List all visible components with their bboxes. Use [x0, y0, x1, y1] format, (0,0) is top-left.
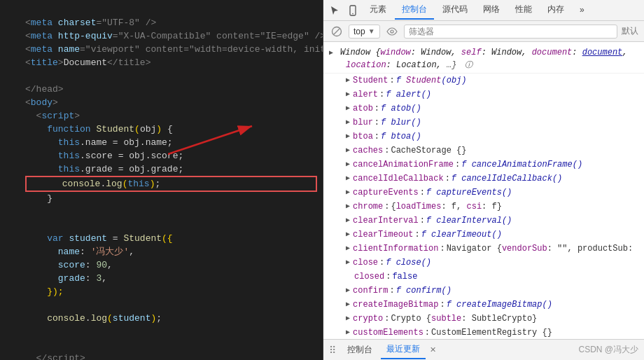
code-line: <meta charset="UTF-8" />	[0, 16, 323, 29]
context-dropdown-arrow: ▼	[368, 27, 375, 35]
prop-closed: closed: false	[323, 270, 644, 284]
cursor-icon[interactable]	[326, 2, 343, 19]
prop-chrome[interactable]: ▶ chrome: {loadTimes: f, csi: f}	[323, 200, 644, 214]
bottom-tab-recent[interactable]: 最近更新	[381, 340, 426, 359]
svg-point-6	[391, 30, 393, 33]
tab-performance[interactable]: 性能	[508, 1, 539, 20]
code-line	[0, 325, 323, 338]
prop-cancelIdleCallback[interactable]: ▶ cancelIdleCallback: f cancelIdleCallba…	[323, 172, 644, 186]
code-line: <body>	[0, 96, 323, 109]
prop-btoa[interactable]: ▶ btoa: f btoa()	[323, 130, 644, 144]
console-entry-window[interactable]: ▶ Window {window: Window, self: Window, …	[323, 45, 644, 74]
code-line: </head>	[0, 83, 323, 96]
code-line: function Student(obj) {	[0, 123, 323, 136]
code-line	[0, 298, 323, 312]
context-value: top	[354, 27, 365, 36]
code-line	[0, 205, 323, 219]
info-icon: ⓘ	[465, 61, 472, 69]
prop-Student[interactable]: ▶ Student: f Student(obj)	[323, 74, 644, 88]
prop-crypto[interactable]: ▶ crypto: Crypto {subtle: SubtleCrypto}	[323, 312, 644, 326]
code-line: });	[0, 285, 323, 298]
tab-network[interactable]: 网络	[476, 1, 507, 20]
devtools-tab-bar: 元素 控制台 源代码 网络 性能 内存 »	[323, 0, 644, 21]
svg-point-3	[352, 13, 354, 14]
console-toolbar: top ▼ 默认	[323, 21, 644, 42]
prop-caches[interactable]: ▶ caches: CacheStorage {}	[323, 144, 644, 158]
prop-clearTimeout[interactable]: ▶ clearTimeout: f clearTimeout()	[323, 228, 644, 242]
code-line: </script>	[0, 352, 323, 360]
code-line	[0, 219, 323, 232]
prop-cancelAnimationFrame[interactable]: ▶ cancelAnimationFrame: f cancelAnimatio…	[323, 158, 644, 172]
block-icon[interactable]	[329, 24, 344, 39]
tab-sources[interactable]: 源代码	[435, 1, 475, 20]
code-line: var student = Student({	[0, 232, 323, 245]
prop-clearInterval[interactable]: ▶ clearInterval: f clearInterval()	[323, 214, 644, 228]
prop-customElements[interactable]: ▶ customElements: CustomElementRegistry …	[323, 326, 644, 339]
context-selector[interactable]: top ▼	[349, 25, 380, 39]
filter-input[interactable]	[404, 25, 617, 39]
tab-memory[interactable]: 内存	[540, 1, 571, 20]
prop-captureEvents[interactable]: ▶ captureEvents: f captureEvents()	[323, 186, 644, 200]
code-line	[0, 338, 323, 352]
prop-createImageBitmap[interactable]: ▶ createImageBitmap: f createImageBitmap…	[323, 298, 644, 312]
prop-clientInformation[interactable]: ▶ clientInformation: Navigator {vendorSu…	[323, 242, 644, 256]
code-line: grade: 3,	[0, 272, 323, 285]
console-bottom-tabs: ⠿ 控制台 最近更新 ✕ CSDN @冯大少	[323, 339, 644, 360]
highlighted-line: console.log(this);	[0, 176, 323, 192]
code-line: <title>Document</title>	[0, 56, 323, 69]
default-label: 默认	[622, 25, 638, 37]
code-line: score: 90,	[0, 258, 323, 272]
code-editor: <meta charset="UTF-8" /> <meta http-equi…	[0, 0, 323, 360]
mobile-icon[interactable]	[344, 2, 361, 19]
prop-close[interactable]: ▶ close: f close()	[323, 256, 644, 270]
tab-more[interactable]: »	[573, 2, 592, 19]
code-line	[0, 69, 323, 83]
tab-elements[interactable]: 元素	[363, 1, 393, 20]
drag-handle[interactable]: ⠿	[329, 345, 336, 356]
prop-alert[interactable]: ▶ alert: f alert()	[323, 88, 644, 102]
code-line: console.log(student);	[0, 312, 323, 325]
expand-arrow[interactable]: ▶	[329, 47, 333, 60]
code-line: this.name = obj.name;	[0, 136, 323, 149]
prop-confirm[interactable]: ▶ confirm: f confirm()	[323, 284, 644, 298]
devtools-panel: 元素 控制台 源代码 网络 性能 内存 » top ▼ 默认	[323, 0, 644, 360]
code-line: <meta name="viewport" content="width=dev…	[0, 43, 323, 56]
close-tab-icon[interactable]: ✕	[430, 345, 436, 354]
code-line: <script>	[0, 109, 323, 123]
console-output: ▶ Window {window: Window, self: Window, …	[323, 42, 644, 339]
eye-icon[interactable]	[384, 24, 400, 39]
prop-blur[interactable]: ▶ blur: f blur()	[323, 116, 644, 130]
code-line: <meta http-equiv="X-UA-Compatible" conte…	[0, 29, 323, 43]
prop-atob[interactable]: ▶ atob: f atob()	[323, 102, 644, 116]
bottom-tab-console[interactable]: 控制台	[342, 341, 378, 359]
code-line: this.score = obj.score;	[0, 149, 323, 162]
svg-line-5	[334, 28, 340, 34]
code-line	[0, 3, 323, 16]
code-line: name: '冯大少',	[0, 245, 323, 258]
code-line: this.grade = obj.grade;	[0, 162, 323, 176]
tab-console[interactable]: 控制台	[395, 1, 434, 20]
watermark: CSDN @冯大少	[578, 344, 638, 356]
code-line: }	[0, 192, 323, 205]
